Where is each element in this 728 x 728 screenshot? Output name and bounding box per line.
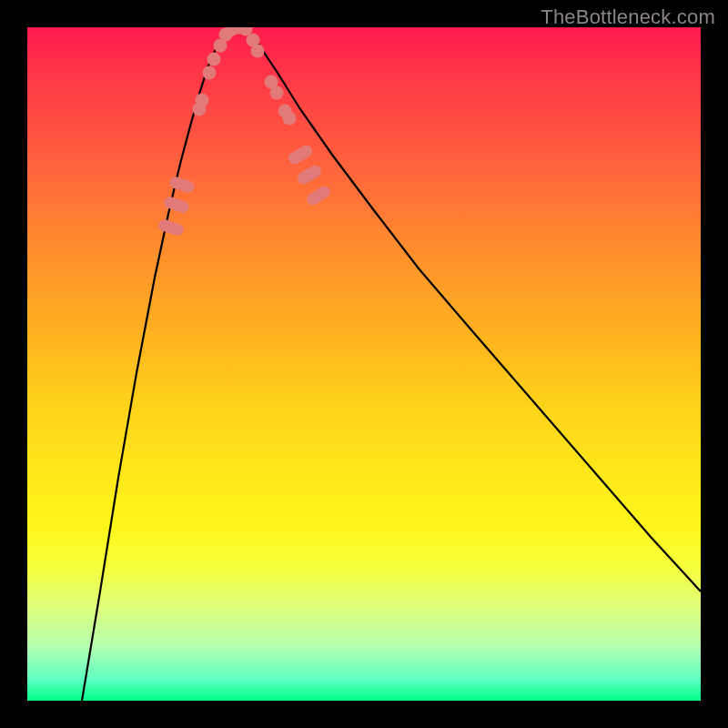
data-marker	[157, 217, 186, 237]
data-marker	[163, 195, 191, 214]
chart-frame: TheBottleneck.com	[0, 0, 728, 728]
watermark-text: TheBottleneck.com	[541, 5, 715, 29]
data-marker	[251, 45, 265, 58]
data-marker	[296, 163, 324, 186]
data-marker	[305, 184, 333, 207]
data-marker	[196, 94, 209, 107]
data-markers	[157, 27, 333, 238]
chart-svg	[27, 27, 701, 701]
plot-area	[27, 27, 701, 701]
data-marker	[203, 66, 217, 80]
data-marker	[278, 105, 292, 118]
data-marker	[168, 175, 197, 194]
data-marker	[270, 86, 284, 100]
left-curve	[82, 27, 228, 701]
right-curve	[246, 27, 701, 592]
data-marker	[207, 53, 221, 66]
data-marker	[287, 143, 315, 166]
